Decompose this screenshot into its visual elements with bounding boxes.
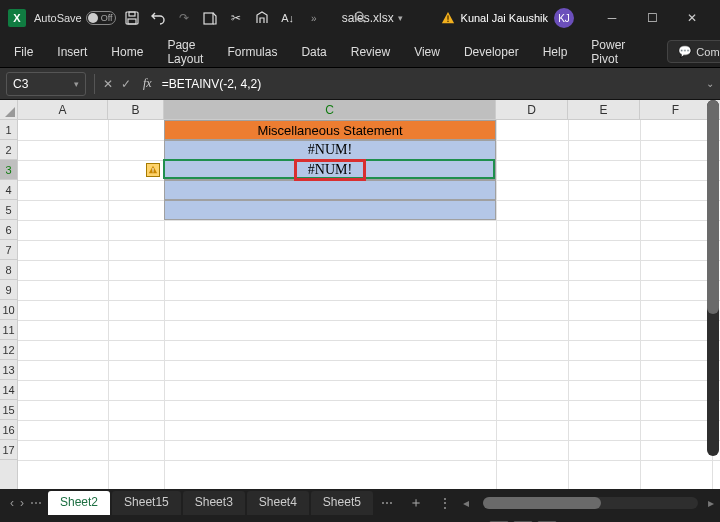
cell-C4[interactable]	[164, 180, 496, 200]
row-header-13[interactable]: 13	[0, 360, 17, 380]
cancel-formula-button[interactable]: ✕	[103, 77, 113, 91]
tab-home[interactable]: Home	[109, 39, 145, 65]
vertical-scrollbar[interactable]	[707, 100, 719, 456]
avatar: KJ	[554, 8, 574, 28]
status-bar: Ready ▣ ✦ Accessibility: Investigate − +…	[0, 517, 720, 522]
name-box[interactable]: C3 ▾	[6, 72, 86, 96]
svg-rect-7	[153, 168, 154, 171]
sheet-tab-sheet2[interactable]: Sheet2	[48, 491, 110, 515]
svg-rect-6	[447, 21, 448, 22]
tab-data[interactable]: Data	[299, 39, 328, 65]
row-header-4[interactable]: 4	[0, 180, 17, 200]
horizontal-scrollbar[interactable]	[483, 497, 698, 509]
sheet-tab-sheet5[interactable]: Sheet5	[311, 491, 373, 515]
search-icon[interactable]	[353, 10, 367, 27]
row-header-15[interactable]: 15	[0, 400, 17, 420]
row-headers: 1234567891011121314151617	[0, 120, 18, 489]
maximize-button[interactable]: ☐	[632, 3, 672, 33]
toggle-switch[interactable]: Off	[86, 11, 116, 25]
col-header-F[interactable]: F	[640, 100, 712, 119]
expand-formula-bar[interactable]: ⌄	[700, 78, 720, 89]
tab-file[interactable]: File	[12, 39, 35, 65]
col-header-E[interactable]: E	[568, 100, 640, 119]
chevron-down-icon: ▾	[398, 13, 403, 23]
row-header-17[interactable]: 17	[0, 440, 17, 460]
sort-icon[interactable]: A↓	[280, 10, 296, 26]
select-all-button[interactable]	[0, 100, 18, 120]
cell-value: #NUM!	[308, 142, 352, 158]
row-header-3[interactable]: 3	[0, 160, 17, 180]
row-header-2[interactable]: 2	[0, 140, 17, 160]
svg-rect-8	[153, 171, 154, 172]
svg-rect-2	[128, 19, 136, 24]
accept-formula-button[interactable]: ✓	[121, 77, 131, 91]
row-header-1[interactable]: 1	[0, 120, 17, 140]
tab-insert[interactable]: Insert	[55, 39, 89, 65]
tab-developer[interactable]: Developer	[462, 39, 521, 65]
error-indicator-icon[interactable]	[146, 163, 160, 177]
tab-view[interactable]: View	[412, 39, 442, 65]
scroll-thumb[interactable]	[707, 100, 719, 314]
row-header-16[interactable]: 16	[0, 420, 17, 440]
col-header-C[interactable]: C	[164, 100, 496, 119]
minimize-button[interactable]: ─	[592, 3, 632, 33]
col-header-D[interactable]: D	[496, 100, 568, 119]
row-header-8[interactable]: 8	[0, 260, 17, 280]
row-header-14[interactable]: 14	[0, 380, 17, 400]
filename-text: sales.xlsx	[342, 11, 394, 25]
row-header-7[interactable]: 7	[0, 240, 17, 260]
cells-area[interactable]: Miscellaneous Statement#NUM!#NUM!	[18, 120, 720, 489]
row-header-6[interactable]: 6	[0, 220, 17, 240]
tab-page-layout[interactable]: Page Layout	[165, 32, 205, 72]
sheet-menu-button[interactable]: ⋮	[433, 496, 457, 510]
close-button[interactable]: ✕	[672, 3, 712, 33]
qat-icon[interactable]	[202, 10, 218, 26]
save-icon[interactable]	[124, 10, 140, 26]
formula-input[interactable]	[158, 72, 700, 96]
qat-more-icon[interactable]: »	[306, 10, 322, 26]
svg-rect-1	[129, 12, 135, 16]
sheet-tab-sheet15[interactable]: Sheet15	[112, 491, 181, 515]
comments-button[interactable]: 💬 Comments	[667, 40, 720, 63]
sheet-tab-sheet3[interactable]: Sheet3	[183, 491, 245, 515]
qat-icon-2[interactable]	[254, 10, 270, 26]
column-headers: ABCDEF	[18, 100, 720, 120]
col-header-A[interactable]: A	[18, 100, 108, 119]
filename-dropdown[interactable]: sales.xlsx ▾	[342, 11, 403, 25]
formula-bar: C3 ▾ ✕ ✓ fx ⌄	[0, 68, 720, 100]
sheet-tab-sheet4[interactable]: Sheet4	[247, 491, 309, 515]
tab-review[interactable]: Review	[349, 39, 392, 65]
autosave-label: AutoSave	[34, 12, 82, 24]
tab-formulas[interactable]: Formulas	[225, 39, 279, 65]
add-sheet-button[interactable]: ＋	[401, 494, 431, 512]
autosave-toggle[interactable]: AutoSave Off	[34, 11, 116, 25]
spreadsheet-grid[interactable]: ABCDEF 1234567891011121314151617 Miscell…	[0, 100, 720, 489]
cell-C3[interactable]: #NUM!	[164, 160, 496, 180]
svg-rect-3	[204, 13, 213, 24]
row-header-5[interactable]: 5	[0, 200, 17, 220]
tab-help[interactable]: Help	[541, 39, 570, 65]
sheet-more-button[interactable]: ⋯	[375, 496, 399, 510]
cut-icon[interactable]: ✂	[228, 10, 244, 26]
cell-value: Miscellaneous Statement	[257, 123, 402, 138]
fx-icon[interactable]: fx	[143, 76, 152, 91]
sheet-list-button[interactable]: ⋯	[30, 496, 42, 510]
row-header-10[interactable]: 10	[0, 300, 17, 320]
undo-icon[interactable]	[150, 10, 166, 26]
row-header-9[interactable]: 9	[0, 280, 17, 300]
window-controls: ─ ☐ ✕	[592, 3, 712, 33]
sheet-prev-button[interactable]: ‹	[10, 496, 14, 510]
cell-C1[interactable]: Miscellaneous Statement	[164, 120, 496, 140]
tab-power-pivot[interactable]: Power Pivot	[589, 32, 627, 72]
user-account[interactable]: Kunal Jai Kaushik KJ	[441, 8, 574, 28]
row-header-11[interactable]: 11	[0, 320, 17, 340]
row-header-12[interactable]: 12	[0, 340, 17, 360]
col-header-B[interactable]: B	[108, 100, 164, 119]
redo-icon[interactable]: ↷	[176, 10, 192, 26]
warning-icon	[441, 11, 455, 25]
formula-buttons: ✕ ✓	[97, 77, 137, 91]
scroll-thumb[interactable]	[483, 497, 601, 509]
cell-C5[interactable]	[164, 200, 496, 220]
cell-C2[interactable]: #NUM!	[164, 140, 496, 160]
sheet-next-button[interactable]: ›	[20, 496, 24, 510]
